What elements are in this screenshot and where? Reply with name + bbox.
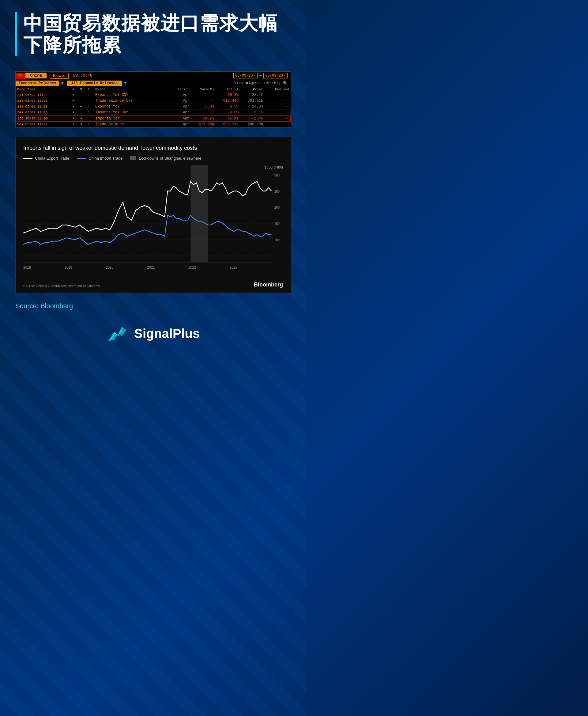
terminal-header-row2: Economic Releases ▼ All Economic Release… bbox=[16, 80, 291, 87]
china-flag: 🇨🇳 bbox=[16, 73, 25, 79]
row-event: Exports YoY bbox=[95, 104, 167, 109]
row-a-icon: ♦ bbox=[72, 105, 80, 108]
date-start-value: 05/09/23 bbox=[235, 74, 253, 78]
row-revised: -- bbox=[265, 104, 289, 109]
svg-text:2018: 2018 bbox=[23, 265, 31, 270]
dropdown-arrow-1: ▼ bbox=[61, 81, 64, 86]
row-num: 24) 05/09 11:00 bbox=[17, 110, 72, 114]
row-actual: -0.8% bbox=[216, 110, 240, 115]
view-controls: View Agenda Weekly 🔍 bbox=[234, 81, 291, 85]
col-prior: Prior bbox=[240, 88, 265, 91]
row-date: 21) 05/09 11:00 bbox=[17, 93, 47, 97]
row-actual: 618.44b bbox=[216, 99, 240, 103]
table-column-headers: Date Time A M R Event Period Surv(M) Act… bbox=[16, 87, 291, 92]
row-a-icon: ♦ bbox=[72, 110, 80, 114]
row-actual: 16.8% bbox=[216, 93, 240, 97]
agenda-radio[interactable]: Agenda bbox=[246, 81, 262, 85]
row-num: 26) 05/09 11:00 bbox=[17, 123, 72, 126]
row-actual: $90.21b bbox=[216, 122, 240, 126]
table-row[interactable]: 26) 05/09 11:00 ♦ ◄ ↑ Trade Balance Apr … bbox=[16, 122, 291, 127]
import-legend-label: China Import Trade bbox=[88, 156, 123, 161]
row-date: 23) 05/09 11:00 bbox=[17, 105, 47, 108]
legend-export: China Export Trade bbox=[23, 156, 69, 161]
china-label: China bbox=[25, 73, 46, 78]
row-period: Apr bbox=[167, 110, 191, 115]
row-prior: -1.4% bbox=[240, 117, 264, 121]
table-row[interactable]: 21) 05/09 11:00 ♦ ↑ Exports YoY CNY Apr … bbox=[16, 92, 291, 98]
row-r-icon: ↑ bbox=[88, 110, 95, 114]
svg-text:2022: 2022 bbox=[188, 265, 196, 270]
row-prior: 6.1% bbox=[240, 110, 265, 115]
col-date-time[interactable]: Date Time bbox=[17, 88, 72, 91]
row-r-icon: ↑ bbox=[88, 123, 95, 126]
page-title: 中国贸易数据被进口需求大幅下降所拖累 bbox=[23, 12, 291, 56]
all-eco-releases-label[interactable]: All Economic Releases bbox=[67, 81, 122, 86]
row-num: 22) 05/09 11:00 bbox=[17, 99, 72, 103]
source-line: Source: Bloomberg bbox=[15, 302, 291, 310]
col-revised: Revised bbox=[265, 88, 289, 91]
row-prior: 601.01b bbox=[240, 99, 265, 103]
row-num: 21) 05/09 11:00 bbox=[17, 93, 72, 97]
eco-releases-label[interactable]: Economic Releases bbox=[16, 81, 59, 86]
row-revised: -- bbox=[265, 122, 289, 126]
row-period: Apr bbox=[167, 122, 191, 126]
row-date: 24) 05/09 11:00 bbox=[17, 110, 47, 114]
col-surv: Surv(M) bbox=[191, 88, 216, 91]
calendar-start-icon: ▪ bbox=[254, 74, 256, 77]
terminal-header-row1: 🇨🇳 China Browse 08:30:48 05/09/23 ▪ — 05… bbox=[16, 72, 291, 80]
browse-button[interactable]: Browse bbox=[49, 73, 69, 79]
weekly-radio[interactable]: Weekly bbox=[264, 81, 280, 85]
time-display: 08:30:48 bbox=[73, 73, 92, 78]
row-period: Apr bbox=[167, 93, 191, 97]
row-num: 23) 05/09 11:00 bbox=[17, 105, 72, 108]
col-m: M bbox=[80, 88, 88, 91]
row-date: 22) 05/09 11:00 bbox=[17, 99, 47, 103]
col-period: Period bbox=[167, 88, 191, 91]
row-revised: -- bbox=[265, 99, 289, 103]
title-section: 中国贸易数据被进口需求大幅下降所拖累 bbox=[15, 12, 291, 56]
signalplus-logo-text: SignalPlus bbox=[134, 326, 200, 341]
row-a-icon: ♦ bbox=[72, 99, 80, 102]
svg-text:2019: 2019 bbox=[65, 265, 72, 270]
svg-rect-12 bbox=[190, 165, 208, 262]
chart-container: Imports fall in sign of weaker domestic … bbox=[15, 137, 291, 293]
import-line-icon bbox=[77, 158, 86, 159]
logo-section: SignalPlus bbox=[15, 325, 291, 342]
row-a-icon: ♦ bbox=[72, 123, 80, 126]
row-surv: -- bbox=[191, 110, 216, 115]
chart-svg: 300 250 200 150 100 2018 2019 2020 2021 bbox=[23, 165, 283, 282]
date-start-box[interactable]: 05/09/23 ▪ bbox=[233, 73, 257, 78]
row-m-icon: ◄ bbox=[80, 123, 88, 126]
export-line-icon bbox=[23, 158, 33, 159]
row-surv: -- bbox=[191, 93, 216, 97]
svg-rect-0 bbox=[23, 165, 283, 272]
row-date: 25) 05/09 11:00 bbox=[18, 117, 48, 120]
view-label: View bbox=[234, 81, 243, 85]
col-a: A bbox=[72, 88, 80, 91]
svg-text:2023: 2023 bbox=[230, 265, 237, 270]
lockdown-legend-label: Lockdowns of Shanghai, elsewhere bbox=[139, 156, 202, 161]
row-prior: $88.19b bbox=[240, 122, 265, 126]
date-end-box[interactable]: 05/09/23 ▪ bbox=[264, 73, 288, 78]
row-prior: 14.8% bbox=[240, 104, 265, 109]
dropdown-arrow-2: ▼ bbox=[124, 81, 127, 86]
row-r-icon: ↑ bbox=[88, 93, 95, 97]
table-row[interactable]: 24) 05/09 11:00 ♦ ↑ Imports YoY CNY Apr … bbox=[16, 110, 291, 116]
lockdown-box-icon bbox=[130, 156, 136, 160]
row-m-icon: ◄ bbox=[80, 105, 88, 108]
table-row[interactable]: 22) 05/09 11:00 ♦ Trade Balance CNY Apr … bbox=[16, 98, 291, 104]
row-event: Exports YoY CNY bbox=[95, 93, 167, 97]
chart-title: Imports fall in sign of weaker domestic … bbox=[23, 145, 283, 151]
search-icon[interactable]: 🔍 bbox=[283, 81, 288, 85]
table-row[interactable]: 25) 05/09 11:00 ♦ ◄ Imports YoY Apr -0.2… bbox=[16, 116, 291, 122]
svg-text:250: 250 bbox=[274, 189, 280, 193]
chart-area: $350 billion 300 250 200 150 100 bbox=[23, 165, 283, 282]
svg-text:200: 200 bbox=[274, 206, 280, 209]
row-a-icon: ♦ bbox=[72, 117, 80, 120]
table-row[interactable]: 23) 05/09 11:00 ♦ ◄ ↑ Exports YoY Apr 8.… bbox=[16, 104, 291, 110]
row-a-icon: ♦ bbox=[72, 93, 80, 97]
row-revised: -- bbox=[265, 93, 289, 97]
y-axis-label: $350 billion bbox=[264, 165, 283, 169]
row-r-icon: ↑ bbox=[88, 105, 95, 108]
row-surv: -0.2% bbox=[191, 117, 215, 121]
